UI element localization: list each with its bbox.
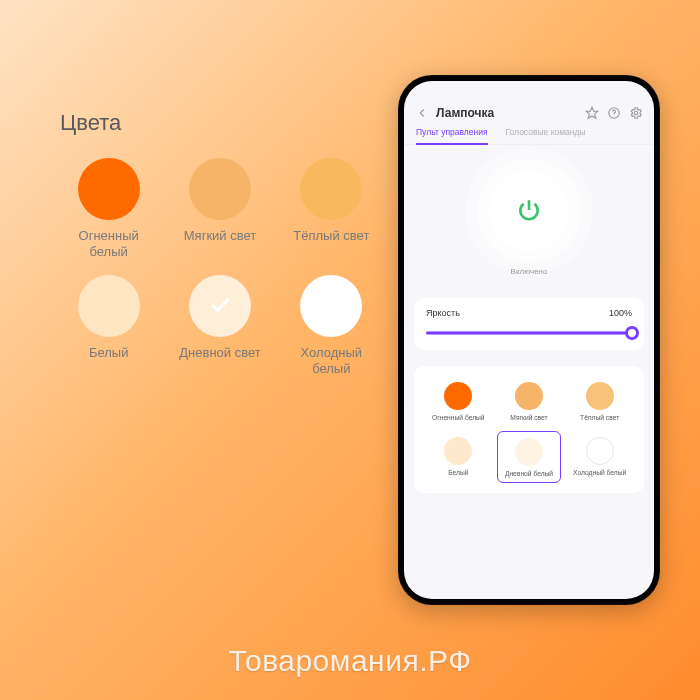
phone-screen: Лампочка Пульт управленияГолосовые коман… <box>404 81 654 599</box>
swatch-label: Тёплый свет <box>293 228 369 244</box>
phone-frame: Лампочка Пульт управленияГолосовые коман… <box>398 75 660 605</box>
color-option[interactable]: Холодный белый <box>567 431 632 482</box>
swatch-label: Белый <box>89 345 129 361</box>
swatch-label: Огненный белый <box>79 228 139 261</box>
palette-swatch: Мягкий свет <box>171 158 268 261</box>
color-option[interactable]: Тёплый свет <box>567 376 632 425</box>
phone-statusbar <box>404 81 654 101</box>
back-icon[interactable] <box>414 105 430 121</box>
palette-grid: Огненный белыйМягкий светТёплый светБелы… <box>60 158 380 377</box>
color-option[interactable]: Дневной белый <box>497 431 562 482</box>
tab-remote[interactable]: Пульт управления <box>416 127 488 145</box>
promo-stage: Цвета Огненный белыйМягкий светТёплый св… <box>0 0 700 700</box>
swatch-circle <box>189 158 251 220</box>
swatch-label: Мягкий свет <box>184 228 256 244</box>
power-button[interactable] <box>489 171 569 251</box>
brightness-label: Яркость <box>426 308 460 318</box>
tab-voice[interactable]: Голосовые команды <box>506 127 586 144</box>
palette-swatch: Огненный белый <box>60 158 157 261</box>
slider-fill <box>426 332 632 335</box>
check-icon <box>207 291 233 321</box>
color-swatch <box>586 437 614 465</box>
color-option[interactable]: Мягкий свет <box>497 376 562 425</box>
palette-title: Цвета <box>60 110 380 136</box>
swatch-circle <box>78 275 140 337</box>
color-card: Огненный белыйМягкий светТёплый светБелы… <box>414 366 644 493</box>
color-option[interactable]: Белый <box>426 431 491 482</box>
color-label: Белый <box>448 469 468 476</box>
swatch-circle <box>189 275 251 337</box>
swatch-circle <box>78 158 140 220</box>
brightness-value: 100% <box>609 308 632 318</box>
svg-point-2 <box>614 116 615 117</box>
color-label: Мягкий свет <box>510 414 547 421</box>
color-grid: Огненный белыйМягкий светТёплый светБелы… <box>426 376 632 483</box>
page-title: Лампочка <box>436 106 578 120</box>
svg-point-3 <box>634 111 638 115</box>
help-icon[interactable] <box>606 105 622 121</box>
palette-swatch: Холодный белый <box>283 275 380 378</box>
swatch-label: Дневной свет <box>179 345 260 361</box>
brightness-slider[interactable] <box>426 326 632 340</box>
power-hero: Включено <box>404 145 654 290</box>
tab-bar: Пульт управленияГолосовые команды <box>404 127 654 145</box>
swatch-circle <box>300 275 362 337</box>
gear-icon[interactable] <box>628 105 644 121</box>
star-icon[interactable] <box>584 105 600 121</box>
palette-swatch: Дневной свет <box>171 275 268 378</box>
color-swatch <box>444 437 472 465</box>
power-icon <box>516 197 542 225</box>
phone-mockup: Лампочка Пульт управленияГолосовые коман… <box>398 75 660 605</box>
color-swatch <box>444 382 472 410</box>
color-label: Холодный белый <box>573 469 626 476</box>
palette-swatch: Белый <box>60 275 157 378</box>
brightness-card: Яркость 100% <box>414 298 644 350</box>
slider-thumb[interactable] <box>625 326 639 340</box>
color-label: Огненный белый <box>432 414 485 421</box>
power-state-label: Включено <box>511 267 548 276</box>
swatch-circle <box>300 158 362 220</box>
color-swatch <box>586 382 614 410</box>
appbar: Лампочка <box>404 101 654 127</box>
swatch-label: Холодный белый <box>301 345 363 378</box>
color-palette-panel: Цвета Огненный белыйМягкий светТёплый св… <box>60 110 380 377</box>
color-option[interactable]: Огненный белый <box>426 376 491 425</box>
palette-swatch: Тёплый свет <box>283 158 380 261</box>
color-swatch <box>515 382 543 410</box>
color-swatch <box>515 438 543 466</box>
color-label: Дневной белый <box>505 470 553 477</box>
watermark-text: Товаромания.РФ <box>0 644 700 678</box>
color-label: Тёплый свет <box>580 414 619 421</box>
svg-marker-0 <box>586 107 598 118</box>
